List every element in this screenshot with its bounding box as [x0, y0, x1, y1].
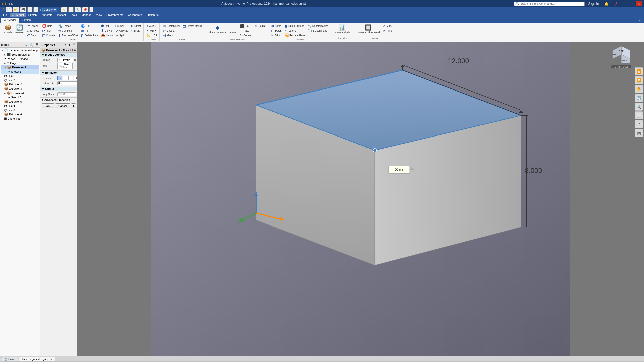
direct-button[interactable]: ➤ Direct — [130, 24, 142, 28]
notification-icon[interactable]: 🔔 — [603, 1, 610, 6]
add-more-button[interactable]: + — [71, 103, 76, 108]
tree-item-extrusion5[interactable]: 📦 Extrusion5 — [1, 99, 39, 104]
vp-btn-1[interactable]: 🔼 — [635, 67, 643, 75]
circular-button[interactable]: ⊙ Circular — [162, 28, 181, 33]
chamfer-button[interactable]: ◲ Chamfer — [41, 33, 57, 38]
stressanalysis-button[interactable]: 📊 Stress Analysis — [333, 24, 351, 34]
fitmeshface-button[interactable]: ⬡ Fit Mesh Face — [306, 28, 329, 33]
tree-item-fillet1[interactable]: ◔ Fillet1 — [1, 74, 39, 78]
menu-manage[interactable]: Manage — [79, 13, 94, 17]
thread-button[interactable]: 🔩 Thread — [57, 24, 79, 28]
patch-button[interactable]: ◫ Patch — [270, 28, 283, 33]
tree-item-extrusion1[interactable]: ▼ 📦 Extrusion1 — [1, 65, 39, 69]
tree-item-solidbodies[interactable]: ▶ ⬛ Solid Bodies(1) — [1, 52, 39, 57]
tab-sketch[interactable]: Sketch — [19, 18, 34, 23]
tree-item-endofpart[interactable]: ⊡ End of Part — [1, 116, 39, 121]
search-bar[interactable]: 🔍 — [514, 2, 585, 6]
extra-btn-4[interactable]: 📌 — [82, 7, 88, 12]
advanced-properties-row[interactable]: ▶ Advanced Properties — [40, 98, 77, 102]
behavior-header[interactable]: ▼ Behavior — [40, 71, 77, 75]
orbit-button[interactable]: ↺ — [635, 120, 643, 128]
model-panel-search[interactable]: 🔍 — [29, 43, 34, 47]
tab-hammer[interactable]: hammer gamedesign.ipt ✕ — [19, 357, 55, 361]
revolve-button[interactable]: 🔄 Revolve — [14, 24, 25, 34]
shell-button[interactable]: □ Shell — [115, 24, 129, 28]
face-button[interactable]: ▢ Face — [239, 28, 253, 33]
trim-button[interactable]: ✂ Trim — [270, 33, 283, 38]
extra-btn-2[interactable]: ⚙ — [68, 7, 74, 12]
from-value[interactable]: ◫ 1 Sketch Plane — [57, 63, 73, 69]
close-button[interactable]: ✕ — [636, 1, 642, 6]
sketchdriven-button[interactable]: ⬒ Sketch Driven — [182, 24, 203, 28]
draft-button[interactable]: ◁ Draft — [130, 28, 142, 33]
menu-tools[interactable]: Tools — [68, 13, 79, 17]
menu-collaborate[interactable]: Collaborate — [126, 13, 144, 17]
rotate-button[interactable]: 🔄 — [635, 94, 643, 102]
sculpt-button[interactable]: ✏ Sculpt — [254, 24, 267, 28]
vp-btn-2[interactable]: 🔽 — [635, 76, 643, 84]
search-input[interactable] — [520, 2, 583, 5]
menu-view[interactable]: View — [94, 13, 104, 17]
ucs-button[interactable]: 📐 UCS — [146, 33, 158, 38]
tree-item-extrusion4[interactable]: ▶ 📦 Extrusion4 — [1, 91, 39, 95]
model-panel-menu[interactable]: ☰ — [35, 43, 39, 47]
repairbodies-button[interactable]: 🔧 Repair Bodies — [306, 24, 329, 28]
tab-hammer-close[interactable]: ✕ — [50, 358, 52, 361]
menu-environments[interactable]: Environments — [104, 13, 125, 17]
hole-button[interactable]: ⭕ Hole — [41, 24, 57, 28]
direction-btn-0[interactable]: → — [57, 76, 62, 80]
axis-button[interactable]: ↕ Axis ▾ — [146, 24, 158, 28]
ok-button[interactable]: OK — [42, 103, 54, 108]
converttosheetmetal-button[interactable]: 🔲 Convert to Sheet Metal — [355, 24, 381, 34]
output-header[interactable]: ▼ Output — [40, 87, 77, 91]
direction-btn-1[interactable]: ← — [63, 76, 68, 80]
help-icon[interactable]: ❓ — [612, 1, 619, 6]
tree-item-origin[interactable]: ▶ ⊕ Origin — [1, 61, 39, 65]
menu-fusion360[interactable]: Fusion 360 — [145, 13, 162, 17]
direction-btn-2[interactable]: ↕ — [68, 76, 73, 80]
point-button[interactable]: • Point ▾ — [146, 28, 158, 33]
fillet-button[interactable]: ◔ Fillet — [41, 28, 57, 33]
menu-sketch[interactable]: Sketch — [26, 13, 39, 17]
sweep-button[interactable]: 〰 Sweep — [26, 24, 41, 28]
pan-button[interactable]: ✋ — [635, 85, 643, 93]
bodyname-input[interactable] — [57, 92, 76, 96]
redo-button[interactable]: ↪ — [33, 7, 38, 12]
more-btn[interactable]: ▾ — [89, 7, 93, 12]
ruledsurface-button[interactable]: ▣ Ruled Surface — [283, 24, 306, 28]
menu-annotate[interactable]: Annotate — [39, 13, 54, 17]
box-button[interactable]: ⬛ Box — [239, 24, 253, 28]
tree-item-extrusion3[interactable]: 📦 Extrusion3 — [1, 86, 39, 91]
prop-more-button[interactable]: ☰ — [72, 43, 76, 47]
minimize-button[interactable]: ─ — [621, 1, 627, 6]
thickenoffset-button[interactable]: ⬆ Thicken/Offset — [57, 33, 79, 38]
tree-item-views[interactable]: 👁 Views: [Primary] — [1, 57, 39, 61]
input-geometry-header[interactable]: ▼ Input Geometry — [40, 53, 77, 57]
rib-button[interactable]: ▥ Rib — [79, 28, 99, 33]
derive-button[interactable]: ⬇ Derive — [100, 28, 114, 33]
extra-btn-3[interactable]: 🔧 — [75, 7, 81, 12]
display-button[interactable]: ▦ — [635, 129, 643, 137]
new-button[interactable]: 📄 — [6, 7, 12, 12]
profiles-clear-btn[interactable]: ✕ — [74, 59, 76, 61]
combine-button[interactable]: ⊗ Combine — [57, 28, 79, 33]
tree-item-sketch1[interactable]: ✏ Sketch1 — [1, 69, 39, 74]
split-button[interactable]: ✂ Split — [115, 33, 129, 38]
cancel-button[interactable]: Cancel — [55, 103, 70, 108]
profiles-value[interactable]: ✏ 1 Profile — [57, 58, 73, 62]
from-more-btn[interactable]: ⋮ — [73, 65, 76, 67]
tree-item-sketch6[interactable]: ✏ Sketch6 — [1, 95, 39, 99]
deleteface-button[interactable]: 🗑 Delete Face — [79, 33, 99, 38]
undo-button[interactable]: ↩ — [27, 7, 32, 12]
stitch-button[interactable]: ⊕ Stitch — [270, 24, 283, 28]
coil-button[interactable]: 🌀 Coil — [79, 24, 99, 28]
title-bar-file-menu[interactable]: File — [9, 2, 13, 5]
tree-item-fillet4[interactable]: ◔ Fillet4 — [1, 104, 39, 108]
tab-home[interactable]: 🏠 Home — [1, 357, 18, 361]
prop-close-button[interactable]: ✕ — [63, 43, 67, 47]
save-button[interactable]: 💾 — [20, 7, 26, 12]
ribbon-toggle[interactable]: ▲ — [637, 18, 643, 23]
shapegen-button[interactable]: ◆ Shape Generator — [207, 24, 227, 34]
tree-item-extrusion6[interactable]: 📦 Extrusion6 — [1, 112, 39, 116]
model-panel-close[interactable]: ✕ — [24, 43, 28, 47]
